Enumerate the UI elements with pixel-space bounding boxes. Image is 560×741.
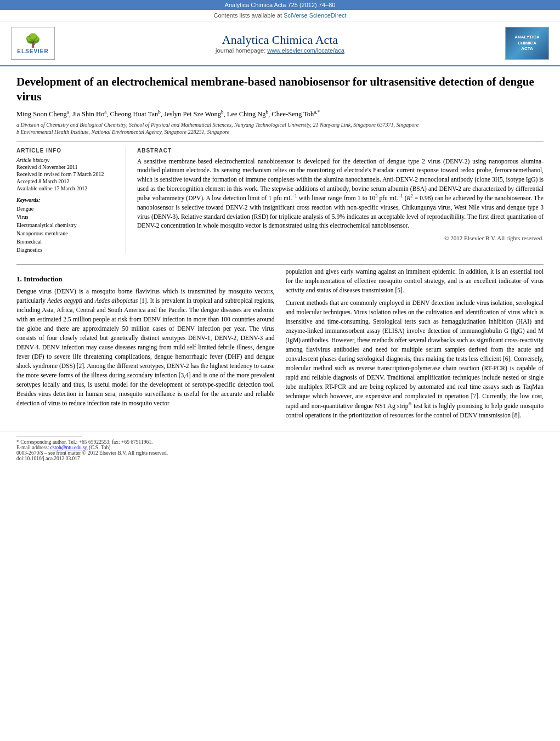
history-label: Article history: [16,157,117,163]
received-date: Received 4 November 2011 [16,164,117,170]
journal-name-center: Analytica Chimica Acta journal homepage:… [55,33,505,54]
intro-paragraph-1: Dengue virus (DENV) is a mosquito borne … [16,287,275,408]
keyword-electroanalytical: Electroanalytical chemistry [16,221,117,229]
intro-left-text: Dengue virus (DENV) is a mosquito borne … [16,287,275,408]
keyword-biomedical: Biomedical [16,237,117,246]
journal-citation: Analytica Chimica Acta 725 (2012) 74–80 [225,2,336,8]
journal-topbar: Analytica Chimica Acta 725 (2012) 74–80 [0,0,560,10]
keyword-virus: Virus [16,213,117,221]
keyword-diagnostics: Diagnostics [16,246,117,254]
elsevier-tree-icon: 🌳 [25,33,41,48]
authors-line: Ming Soon Chenga, Jia Shin Hoa, Cheong H… [16,109,544,118]
available-online-date: Available online 17 March 2012 [16,185,117,191]
journal-title-area: 🌳 ELSEVIER Analytica Chimica Acta journa… [0,21,560,66]
intro-right-paragraph-1: population and gives early warning again… [286,267,544,295]
introduction-title: 1. Introduction [16,275,275,284]
keywords-label: Keywords: [16,197,117,203]
abstract-column: ABSTRACT A sensitive membrane-based elec… [137,148,544,254]
introduction-section: 1. Introduction Dengue virus (DENV) is a… [16,275,275,408]
affiliations: a Division of Chemistry and Biological C… [16,122,544,135]
main-body: 1. Introduction Dengue virus (DENV) is a… [0,267,560,432]
article-title: Development of an electrochemical membra… [16,75,544,105]
homepage-label: journal homepage: [216,47,265,54]
homepage-link[interactable]: www.elsevier.com/locate/aca [267,47,344,54]
doi-line: doi:10.1016/j.aca.2012.03.017 [16,456,544,461]
keyword-nanoporous: Nanoporous membrane [16,229,117,237]
article-content: Development of an electrochemical membra… [0,66,560,262]
journal-title: Analytica Chimica Acta [55,33,505,47]
accepted-date: Accepted 8 March 2012 [16,178,117,184]
journal-logo-text: ANALYTICACHIMICAACTA [514,35,539,52]
journal-header: Analytica Chimica Acta 725 (2012) 74–80 … [0,0,560,66]
elsevier-brand-text: ELSEVIER [17,48,48,54]
footnote-divider [16,437,82,437]
corresponding-author-note: * Corresponding author. Tel.: +65 659225… [16,439,544,445]
abstract-title: ABSTRACT [137,148,544,154]
email-link[interactable]: cstoh@ntu.edu.sg [50,445,88,450]
email-author: (C.S. Toh). [89,445,112,450]
article-info-column: ARTICLE INFO Article history: Received 4… [16,148,126,254]
affiliation-a: a Division of Chemistry and Biological C… [16,122,544,128]
contents-text: Contents lists available at [213,12,282,19]
received-revised-date: Received in revised form 7 March 2012 [16,171,117,177]
footer: * Corresponding author. Tel.: +65 659225… [0,432,560,464]
intro-right-paragraph-2: Current methods that are commonly employ… [286,298,544,420]
keyword-dengue: Dengue [16,205,117,213]
body-left-column: 1. Introduction Dengue virus (DENV) is a… [16,267,275,423]
page: Analytica Chimica Acta 725 (2012) 74–80 … [0,0,560,741]
keywords-list: Dengue Virus Electroanalytical chemistry… [16,205,117,254]
article-info-abstract-section: ARTICLE INFO Article history: Received 4… [16,148,544,254]
intro-right-text: population and gives early warning again… [286,267,544,420]
contents-bar: Contents lists available at SciVerse Sci… [0,10,560,21]
issn-line: 0003-2670/$ – see front matter © 2012 El… [16,450,544,456]
copyright-text: © 2012 Elsevier B.V. All rights reserved… [137,235,544,241]
elsevier-logo: 🌳 ELSEVIER [11,27,55,60]
abstract-text: A sensitive membrane-based electrochemic… [137,157,544,230]
keywords-section: Keywords: Dengue Virus Electroanalytical… [16,197,117,254]
journal-logo-right: ANALYTICACHIMICAACTA [505,27,549,60]
article-info-title: ARTICLE INFO [16,148,117,154]
affiliation-b: b Environmental Health Institute, Nation… [16,129,544,135]
email-note: E-mail address: cstoh@ntu.edu.sg (C.S. T… [16,445,544,450]
divider-1 [16,142,544,142]
divider-2 [16,264,544,265]
email-label: E-mail address: [16,445,49,450]
body-right-column: population and gives early warning again… [286,267,544,423]
sciverse-link[interactable]: SciVerse ScienceDirect [284,12,346,19]
article-history: Article history: Received 4 November 201… [16,157,117,191]
journal-homepage: journal homepage: www.elsevier.com/locat… [55,47,505,54]
